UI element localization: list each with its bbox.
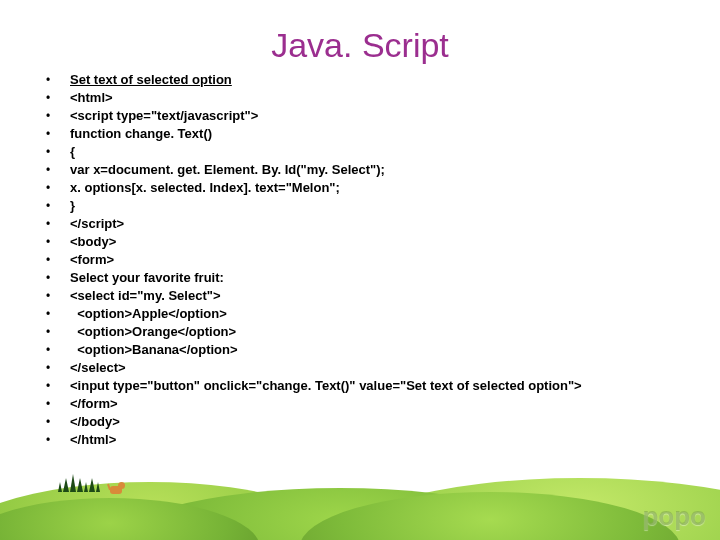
bullet-text: Set text of selected option: [70, 71, 700, 89]
bullet-dot-icon: •: [46, 197, 70, 215]
bullet-text: </html>: [70, 431, 700, 449]
bullet-dot-icon: •: [46, 233, 70, 251]
bullet-row: •<script type="text/javascript">: [46, 107, 700, 125]
bullet-row: •Set text of selected option: [46, 71, 700, 89]
bullet-dot-icon: •: [46, 341, 70, 359]
bullet-row: •{: [46, 143, 700, 161]
bullet-row: • <option>Orange</option>: [46, 323, 700, 341]
tree-icon: [58, 482, 62, 492]
bullet-row: •<select id="my. Select">: [46, 287, 700, 305]
tree-icon: [77, 478, 83, 492]
bullet-text: <input type="button" onclick="change. Te…: [70, 377, 700, 395]
bullet-text: <script type="text/javascript">: [70, 107, 700, 125]
bullet-row: • <option>Banana</option>: [46, 341, 700, 359]
bullet-text: var x=document. get. Element. By. Id("my…: [70, 161, 700, 179]
bullet-text: </form>: [70, 395, 700, 413]
bullet-dot-icon: •: [46, 107, 70, 125]
bullet-dot-icon: •: [46, 179, 70, 197]
bullet-text: <option>Orange</option>: [70, 323, 700, 341]
bullet-text: <body>: [70, 233, 700, 251]
bullet-text: <html>: [70, 89, 700, 107]
bullet-text: }: [70, 197, 700, 215]
bullet-row: •function change. Text(): [46, 125, 700, 143]
bullet-text: <form>: [70, 251, 700, 269]
bullet-list: •Set text of selected option•<html>•<scr…: [0, 71, 720, 449]
bullet-dot-icon: •: [46, 305, 70, 323]
bullet-row: •</select>: [46, 359, 700, 377]
bullet-dot-icon: •: [46, 251, 70, 269]
bullet-text: </body>: [70, 413, 700, 431]
bullet-text: function change. Text(): [70, 125, 700, 143]
tree-icon: [96, 482, 100, 492]
bullet-text: </script>: [70, 215, 700, 233]
bullet-dot-icon: •: [46, 143, 70, 161]
bullet-dot-icon: •: [46, 269, 70, 287]
bullet-dot-icon: •: [46, 431, 70, 449]
bullet-text: x. options[x. selected. Index]. text="Me…: [70, 179, 700, 197]
bullet-dot-icon: •: [46, 125, 70, 143]
bullet-row: •x. options[x. selected. Index]. text="M…: [46, 179, 700, 197]
bullet-dot-icon: •: [46, 323, 70, 341]
bullet-row: •<html>: [46, 89, 700, 107]
bullet-dot-icon: •: [46, 161, 70, 179]
bullet-text: <option>Apple</option>: [70, 305, 700, 323]
bullet-dot-icon: •: [46, 395, 70, 413]
tree-icon: [63, 478, 69, 492]
slide-title: Java. Script: [0, 0, 720, 71]
bullet-dot-icon: •: [46, 377, 70, 395]
bullet-dot-icon: •: [46, 71, 70, 89]
bullet-row: •</form>: [46, 395, 700, 413]
bullet-dot-icon: •: [46, 215, 70, 233]
bullet-row: •}: [46, 197, 700, 215]
bullet-text: <option>Banana</option>: [70, 341, 700, 359]
bullet-row: •</script>: [46, 215, 700, 233]
ground-decoration: popo: [0, 458, 720, 540]
bullet-text: </select>: [70, 359, 700, 377]
dog-icon: [108, 480, 126, 496]
bullet-row: •Select your favorite fruit:: [46, 269, 700, 287]
bullet-dot-icon: •: [46, 89, 70, 107]
bullet-row: •var x=document. get. Element. By. Id("m…: [46, 161, 700, 179]
bullet-dot-icon: •: [46, 287, 70, 305]
bullet-row: •</body>: [46, 413, 700, 431]
trees-decoration: [58, 474, 100, 492]
footer-watermark: popo: [642, 501, 706, 532]
bullet-text: <select id="my. Select">: [70, 287, 700, 305]
tree-icon: [84, 482, 88, 492]
bullet-row: •<input type="button" onclick="change. T…: [46, 377, 700, 395]
tree-icon: [89, 478, 95, 492]
bullet-dot-icon: •: [46, 359, 70, 377]
bullet-row: •<form>: [46, 251, 700, 269]
tree-icon: [70, 474, 76, 492]
bullet-dot-icon: •: [46, 413, 70, 431]
bullet-text: {: [70, 143, 700, 161]
bullet-row: • <option>Apple</option>: [46, 305, 700, 323]
bullet-row: •</html>: [46, 431, 700, 449]
bullet-text: Select your favorite fruit:: [70, 269, 700, 287]
slide: Java. Script •Set text of selected optio…: [0, 0, 720, 540]
bullet-row: •<body>: [46, 233, 700, 251]
